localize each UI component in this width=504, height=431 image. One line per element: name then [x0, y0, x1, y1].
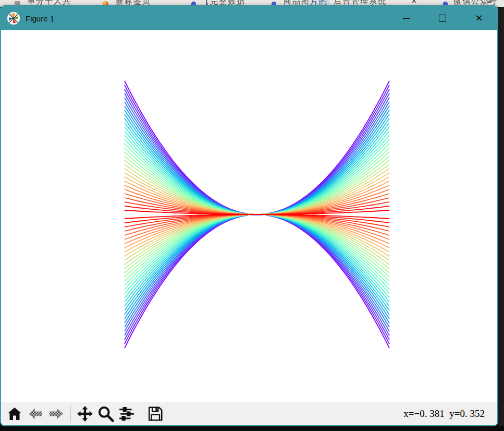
- minimize-icon: [403, 18, 410, 19]
- matplotlib-logo-icon: [7, 11, 20, 25]
- zoom-button[interactable]: [95, 403, 116, 424]
- toolbar-separator: [141, 405, 141, 423]
- close-icon: ✕: [475, 14, 483, 23]
- navigation-toolbar: x=−0. 381 y=0. 352: [1, 402, 497, 425]
- save-button[interactable]: [145, 403, 166, 424]
- close-button[interactable]: ✕: [461, 6, 497, 30]
- forward-button[interactable]: [46, 403, 67, 424]
- window-controls: ✕: [388, 6, 497, 30]
- home-button[interactable]: [4, 403, 25, 424]
- desktop-background: [0, 426, 504, 431]
- cursor-coordinates: x=−0. 381 y=0. 352: [403, 408, 485, 420]
- browser-menu-icon[interactable]: ≡: [487, 0, 491, 5]
- figure-window: Figure 1 ✕: [0, 5, 498, 426]
- title-bar[interactable]: Figure 1 ✕: [1, 6, 497, 30]
- maximize-icon: [439, 15, 446, 22]
- parabola-chart[interactable]: [1, 30, 497, 402]
- pan-icon: [77, 405, 93, 422]
- home-icon: [7, 406, 22, 422]
- plot-canvas[interactable]: [1, 30, 497, 402]
- sliders-icon: [118, 405, 135, 422]
- magnifier-icon: [97, 405, 114, 422]
- desktop-background: [498, 7, 504, 431]
- pan-button[interactable]: [75, 403, 95, 424]
- minimize-button[interactable]: [388, 6, 424, 30]
- forward-arrow-icon: [48, 406, 65, 422]
- toolbar-separator: [70, 405, 71, 423]
- save-floppy-icon: [147, 405, 164, 422]
- configure-subplots-button[interactable]: [116, 403, 137, 424]
- maximize-button[interactable]: [424, 6, 461, 30]
- back-button[interactable]: [25, 403, 46, 424]
- window-title: Figure 1: [26, 14, 54, 23]
- back-arrow-icon: [27, 406, 44, 422]
